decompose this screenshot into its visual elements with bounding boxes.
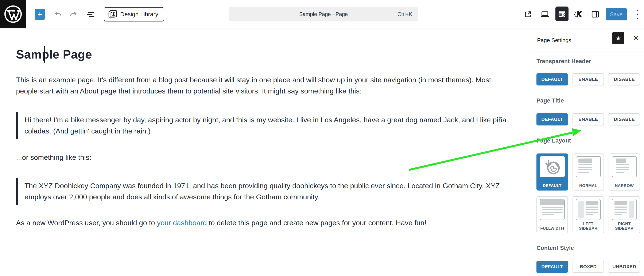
design-library-button[interactable]: Design Library xyxy=(104,7,164,21)
layout-default-thumbnail xyxy=(540,156,565,177)
block-inserter-button[interactable]: + xyxy=(35,9,45,20)
layout-narrow-thumbnail xyxy=(612,156,637,177)
kebab-dot xyxy=(637,18,638,19)
page-title-disable-button[interactable]: DISABLE xyxy=(608,113,640,126)
section-label-content-style: Content Style xyxy=(536,245,640,251)
globe-inherit-icon xyxy=(543,158,561,175)
quote-text: Hi there! I'm a bike messenger by day, a… xyxy=(24,114,508,137)
layout-left-sidebar-thumbnail xyxy=(576,199,601,220)
preview-button[interactable] xyxy=(540,10,550,19)
edit-mode-button[interactable] xyxy=(556,6,568,21)
section-label-page-title: Page Title xyxy=(536,98,640,104)
page-layout-options-row1: DEFAULT NORMAL xyxy=(536,153,640,190)
kadence-k-icon xyxy=(573,9,584,20)
layout-label: DEFAULT xyxy=(543,183,561,188)
command-palette[interactable]: Sample Page · Page Ctrl+K xyxy=(229,7,418,21)
layout-label: LEFT SIDEBAR xyxy=(578,221,599,231)
editor-canvas: Sample Page This is an example page. It'… xyxy=(0,28,531,276)
layout-label: RIGHT SIDEBAR xyxy=(614,221,635,231)
page-title-options: DEFAULT ENABLE DISABLE xyxy=(536,113,640,126)
kebab-dot xyxy=(637,10,638,11)
sidebar-toggle-icon xyxy=(590,10,600,19)
panel-header: Page Settings ★ ✕ xyxy=(536,32,640,48)
layout-fullwidth-button[interactable]: FULLWIDTH xyxy=(536,196,568,233)
document-title-breadcrumb: Sample Page · Page xyxy=(299,11,348,17)
paragraph-block[interactable]: ...or something like this: xyxy=(16,152,508,163)
page-title-default-button[interactable]: DEFAULT xyxy=(536,113,568,126)
kadence-theme-button[interactable] xyxy=(573,9,584,20)
paragraph-text: to delete this page and create new pages… xyxy=(207,219,426,227)
quote-text: The XYZ Doohickey Company was founded in… xyxy=(24,180,508,203)
transparent-header-disable-button[interactable]: DISABLE xyxy=(608,73,640,86)
paragraph-text: As a new WordPress user, you should go t… xyxy=(16,219,157,227)
transparent-header-enable-button[interactable]: ENABLE xyxy=(572,73,604,86)
layout-normal-button[interactable]: NORMAL xyxy=(572,153,604,190)
close-icon: ✕ xyxy=(633,34,639,42)
transparent-header-options: DEFAULT ENABLE DISABLE xyxy=(536,73,640,86)
content-style-options: DEFAULT BOXED UNBOXED xyxy=(536,261,640,273)
list-view-button[interactable] xyxy=(86,9,96,19)
section-label-page-layout: Page Layout xyxy=(536,138,640,144)
editor-topbar: + xyxy=(0,0,644,28)
content-style-boxed-button[interactable]: BOXED xyxy=(572,261,604,273)
page-title-text: Sample Page xyxy=(16,48,92,61)
undo-button[interactable] xyxy=(53,10,62,19)
layout-label: FULLWIDTH xyxy=(540,226,564,231)
layout-left-sidebar-button[interactable]: LEFT SIDEBAR xyxy=(572,196,604,233)
transparent-header-default-button[interactable]: DEFAULT xyxy=(536,73,568,86)
layout-narrow-button[interactable]: NARROW xyxy=(608,153,640,190)
paragraph-block[interactable]: As a new WordPress user, you should go t… xyxy=(16,217,508,228)
redo-button[interactable] xyxy=(70,10,78,19)
close-panel-button[interactable]: ✕ xyxy=(633,34,639,41)
page-settings-panel: Page Settings ★ ✕ Transparent Header DEF… xyxy=(531,28,644,276)
plus-icon: + xyxy=(37,10,42,18)
external-link-icon xyxy=(524,10,533,19)
redo-arrow-icon xyxy=(70,10,78,19)
panel-title: Page Settings xyxy=(537,37,571,44)
page-edit-icon xyxy=(557,9,566,18)
paragraph-block[interactable]: This is an example page. It's different … xyxy=(16,74,508,97)
design-library-label: Design Library xyxy=(120,11,158,18)
page-title-block[interactable]: Sample Page xyxy=(16,47,508,61)
kebab-dot xyxy=(637,14,638,15)
design-library-icon xyxy=(108,10,117,19)
dashboard-link[interactable]: your dashboard xyxy=(157,219,207,227)
list-view-icon xyxy=(86,9,96,19)
layout-right-sidebar-thumbnail xyxy=(612,199,637,220)
undo-arrow-icon xyxy=(53,10,62,19)
layout-label: NORMAL xyxy=(579,183,597,188)
layout-right-sidebar-button[interactable]: RIGHT SIDEBAR xyxy=(608,196,640,233)
quote-block[interactable]: Hi there! I'm a bike messenger by day, a… xyxy=(16,112,508,139)
page-title-enable-button[interactable]: ENABLE xyxy=(572,113,604,126)
laptop-icon xyxy=(540,10,550,19)
layout-label: NARROW xyxy=(615,183,634,188)
content-style-default-button[interactable]: DEFAULT xyxy=(536,261,568,273)
view-site-button[interactable] xyxy=(524,10,533,19)
settings-sidebar-toggle[interactable] xyxy=(590,10,600,19)
wordpress-logo-icon xyxy=(3,4,23,24)
quote-block[interactable]: The XYZ Doohickey Company was founded in… xyxy=(16,178,508,205)
star-icon: ★ xyxy=(616,34,621,42)
text-cursor xyxy=(44,46,45,63)
section-label-transparent-header: Transparent Header xyxy=(536,58,640,65)
wordpress-menu-button[interactable] xyxy=(0,0,26,28)
layout-fullwidth-thumbnail xyxy=(540,199,565,220)
page-layout-options-row2: FULLWIDTH LEFT SIDEBAR xyxy=(536,196,640,233)
options-menu-button[interactable] xyxy=(635,9,640,20)
favorite-button[interactable]: ★ xyxy=(612,32,624,44)
command-shortcut: Ctrl+K xyxy=(398,11,412,17)
layout-normal-thumbnail xyxy=(576,156,601,177)
content-style-unboxed-button[interactable]: UNBOXED xyxy=(608,261,640,273)
wordpress-editor: + xyxy=(0,0,644,276)
save-button[interactable]: Save xyxy=(606,8,627,20)
save-label: Save xyxy=(610,11,622,18)
divider xyxy=(532,52,644,52)
layout-default-button[interactable]: DEFAULT xyxy=(536,153,568,190)
